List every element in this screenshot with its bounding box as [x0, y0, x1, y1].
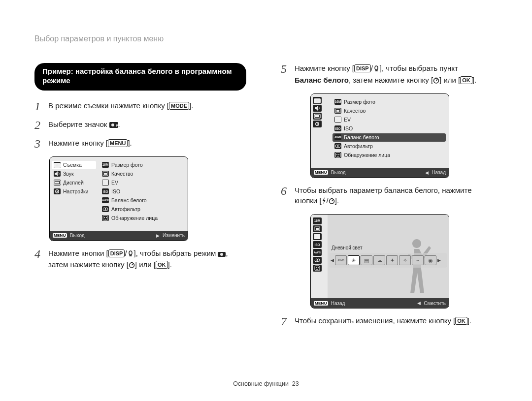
- footer-action: Назад: [432, 170, 446, 175]
- svg-point-31: [317, 123, 318, 124]
- submenu-item: AWBБаланс белого: [332, 133, 446, 142]
- svg-point-49: [317, 259, 320, 262]
- wb-option-cloud: ☁: [373, 255, 385, 265]
- step-body: Нажмите кнопки [DISP/], чтобы выбрать ре…: [48, 248, 246, 272]
- footer-exit: Выход: [70, 233, 85, 238]
- menu-label: ISO: [111, 188, 120, 195]
- svg-point-8: [57, 191, 58, 192]
- wb-bar: ◀ AWB☀▤☁✦✧⌁◉▶: [330, 253, 447, 268]
- submenu-item: ISOISO: [100, 187, 185, 196]
- menu-label: Дисплей: [63, 180, 84, 186]
- step-num: 6: [281, 185, 295, 197]
- step-6: 6 Чтобы выбрать параметр баланса белого,…: [281, 185, 493, 208]
- 16m-icon: 16M: [102, 162, 109, 168]
- submenu-item: Обнаружение лица: [332, 151, 446, 159]
- macro-icon: [373, 64, 380, 75]
- step-num: 4: [34, 248, 48, 260]
- step-num: 5: [281, 63, 295, 75]
- iso-icon: ISO: [334, 125, 341, 131]
- submenu-item: AWBБаланс белого: [100, 196, 185, 205]
- quality-icon: [102, 171, 109, 177]
- submenu-item: Качество: [332, 107, 446, 115]
- svg-line-21: [132, 264, 133, 265]
- svg-point-27: [316, 99, 318, 102]
- menu-item: Дисплей: [52, 179, 96, 187]
- right-arrow-icon: ▶: [437, 258, 441, 263]
- lcd-screenshot-3: 16M±ISOAWB Дневной свет ◀ AWB☀▤☁✦✧⌁◉▶ ME…: [310, 214, 449, 308]
- footer-action: Изменить: [163, 233, 185, 238]
- svg-point-52: [318, 267, 319, 268]
- step-num: 1: [34, 100, 48, 112]
- svg-rect-45: [316, 228, 319, 230]
- lcd-footer: MENU Выход ◀ Назад: [311, 168, 449, 178]
- submenu-item: ±EV: [100, 179, 185, 187]
- timer-icon: [433, 76, 439, 87]
- gear-icon: [313, 121, 322, 127]
- wb-option-custom: ◉: [425, 255, 436, 265]
- menu-item: Звук: [52, 170, 96, 178]
- filter-icon: [102, 206, 109, 212]
- menu-chip: MENU: [53, 233, 67, 238]
- step-num: 7: [281, 315, 295, 327]
- menu-label: Баланс белого: [344, 134, 379, 141]
- menu-item: Съемка: [52, 161, 96, 169]
- iso-icon: ISO: [313, 241, 322, 248]
- sound-icon: [54, 171, 61, 177]
- menu-button-glyph: MENU: [108, 139, 128, 147]
- submenu-item: 16MРазмер фото: [100, 161, 185, 169]
- svg-point-40: [338, 154, 339, 155]
- step-body: Нажмите кнопку [MENU].: [48, 138, 246, 149]
- submenu-item: Качество: [100, 170, 185, 178]
- mode-button-glyph: MODE: [169, 102, 189, 110]
- menu-label: Обнаружение лица: [111, 215, 158, 221]
- submenu-item: 16MРазмер фото: [332, 98, 446, 106]
- menu-label: Автофильтр: [111, 206, 140, 213]
- wb-option-tungsten-l: ✧: [399, 255, 411, 265]
- step-1: 1 В режиме съемки нажмите кнопку [MODE].: [34, 100, 246, 112]
- ok-button-glyph: OK: [460, 76, 472, 84]
- face-icon: [102, 215, 109, 221]
- lcd-screenshot-1: СъемкаЗвукДисплейНастройки 16MРазмер фот…: [49, 156, 188, 241]
- svg-point-1: [111, 123, 114, 126]
- menu-label: Качество: [111, 171, 133, 177]
- right-arrow-icon: ▶: [156, 233, 160, 238]
- menu-item: Настройки: [52, 187, 96, 196]
- submenu-item: Обнаружение лица: [100, 214, 185, 222]
- menu-label: Съемка: [63, 162, 82, 168]
- svg-rect-29: [315, 115, 319, 117]
- step-body: В режиме съемки нажмите кнопку [MODE].: [48, 100, 246, 111]
- ok-button-glyph: OK: [455, 317, 467, 325]
- footer-section: Основные функции: [233, 380, 289, 387]
- disp-button-glyph: DISP: [108, 249, 125, 257]
- footer-action: Сместить: [424, 301, 446, 306]
- face-icon: [334, 152, 341, 158]
- menu-label: ISO: [344, 125, 353, 132]
- lcd-footer: MENU Назад ◀ Сместить: [311, 298, 449, 308]
- step-body: Выберите значок P.: [48, 119, 246, 131]
- menu-label: Настройки: [63, 188, 89, 195]
- wb-option-tungsten-h: ✦: [386, 255, 398, 265]
- iso-icon: ISO: [102, 188, 109, 194]
- timer-icon: [129, 260, 135, 271]
- footer-back: Назад: [331, 301, 345, 306]
- menu-label: Обнаружение лица: [344, 152, 390, 158]
- menu-chip: MENU: [314, 301, 328, 306]
- svg-line-24: [436, 79, 438, 81]
- ev-icon: ±: [334, 117, 341, 123]
- svg-text:±: ±: [315, 235, 317, 239]
- step-body: Нажмите кнопку [DISP/], чтобы выбрать пу…: [295, 63, 493, 87]
- wb-icon: AWB: [102, 197, 109, 203]
- right-column: 5 Нажмите кнопку [DISP/], чтобы выбрать …: [281, 63, 493, 334]
- wb-option-shade: ▤: [361, 255, 372, 265]
- step-7: 7 Чтобы сохранить изменения, нажмите кно…: [281, 315, 493, 327]
- svg-point-51: [316, 267, 317, 268]
- quality-icon: [334, 108, 341, 114]
- menu-chip: MENU: [314, 170, 328, 175]
- bold-wb: Баланс белого: [295, 76, 349, 84]
- wb-option-sun: ☀: [348, 255, 360, 265]
- menu-label: Автофильтр: [344, 143, 373, 150]
- menu-label: Размер фото: [344, 99, 375, 105]
- camera-p-icon: P: [109, 120, 118, 131]
- wb-icon: AWB: [313, 249, 322, 256]
- ok-button-glyph: OK: [156, 261, 168, 269]
